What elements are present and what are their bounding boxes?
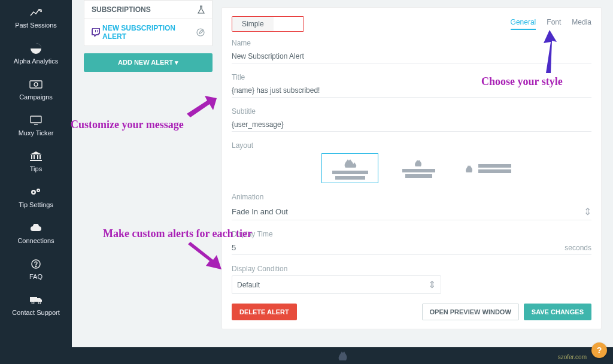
delete-alert-button[interactable]: DELETE ALERT bbox=[232, 304, 297, 320]
field-label: Subtitle bbox=[232, 107, 591, 116]
animation-value: Fade In and Out bbox=[232, 207, 288, 216]
chart-line-icon bbox=[0, 6, 72, 19]
sidebar-item-label: Alpha Analytics bbox=[0, 57, 72, 65]
svg-rect-8 bbox=[40, 155, 41, 159]
sidebar-item-campaigns[interactable]: Campaigns bbox=[0, 72, 72, 108]
footer-bar bbox=[72, 347, 613, 364]
svg-point-19 bbox=[197, 29, 204, 36]
sidebar-item-faq[interactable]: FAQ bbox=[0, 251, 72, 287]
panel-header: SUBSCRIPTIONS bbox=[84, 0, 213, 19]
alert-list-item[interactable]: NEW SUBSCRIPTION ALERT bbox=[84, 19, 213, 46]
field-label: Name bbox=[232, 39, 591, 47]
add-new-alert-button[interactable]: ADD NEW ALERT ▾ bbox=[84, 53, 213, 72]
field-label: Title bbox=[232, 73, 591, 81]
svg-rect-5 bbox=[31, 155, 32, 159]
subtitle-input[interactable]: {user_message} bbox=[232, 118, 591, 132]
open-preview-button[interactable]: OPEN PREVIEW WINDOW bbox=[422, 304, 519, 320]
tab-font[interactable]: Font bbox=[547, 18, 561, 30]
right-actions: OPEN PREVIEW WINDOW SAVE CHANGES bbox=[422, 304, 591, 320]
updown-icon: ⇕ bbox=[428, 279, 436, 290]
question-icon bbox=[0, 257, 72, 271]
sidebar-item-label: Tip Settings bbox=[0, 201, 72, 208]
annotation-customize: Customize your message bbox=[71, 119, 184, 131]
updown-icon: ⇕ bbox=[584, 206, 591, 217]
sidebar: Past Sessions Alpha Analytics Campaigns … bbox=[0, 0, 72, 364]
add-button-label: ADD NEW ALERT bbox=[118, 59, 173, 66]
svg-rect-9 bbox=[30, 160, 42, 161]
tabs: General Font Media bbox=[511, 18, 591, 30]
field-name: Name New Subscription Alert bbox=[232, 39, 591, 63]
layout-option-side[interactable] bbox=[459, 153, 516, 183]
sidebar-item-label: Contact Support bbox=[0, 309, 72, 316]
layout-options bbox=[321, 153, 591, 183]
field-layout: Layout bbox=[232, 141, 591, 183]
display-time-unit: seconds bbox=[565, 244, 591, 252]
subscriptions-panel: SUBSCRIPTIONS NEW SUBSCRIPTION ALERT ADD… bbox=[84, 0, 213, 72]
svg-rect-16 bbox=[30, 297, 37, 302]
sidebar-item-label: Connections bbox=[0, 237, 72, 244]
field-animation: Animation Fade In and Out ⇕ bbox=[232, 193, 591, 220]
tab-general[interactable]: General bbox=[511, 18, 536, 30]
toggle-simple[interactable]: Simple bbox=[232, 17, 274, 31]
sidebar-item-label: FAQ bbox=[0, 273, 72, 280]
toggle-advanced[interactable] bbox=[274, 17, 304, 31]
field-label: Layout bbox=[232, 141, 591, 150]
pie-chart-icon bbox=[0, 42, 72, 55]
field-label: Display Condition bbox=[232, 265, 441, 273]
svg-point-17 bbox=[32, 302, 34, 304]
bank-icon bbox=[0, 150, 72, 163]
flame-icon bbox=[342, 157, 359, 169]
svg-rect-7 bbox=[37, 155, 38, 159]
tab-media[interactable]: Media bbox=[572, 18, 591, 30]
svg-rect-2 bbox=[31, 116, 41, 123]
animation-select[interactable]: Fade In and Out ⇕ bbox=[232, 204, 591, 220]
sidebar-item-label: Tips bbox=[0, 165, 72, 172]
display-time-input[interactable]: 5 seconds bbox=[232, 241, 591, 255]
sidebar-item-contact-support[interactable]: Contact Support bbox=[0, 287, 72, 323]
svg-marker-22 bbox=[188, 242, 221, 269]
svg-point-18 bbox=[38, 302, 41, 304]
alert-list-item-label: NEW SUBSCRIPTION ALERT bbox=[102, 24, 196, 41]
sidebar-item-alpha-analytics[interactable]: Alpha Analytics bbox=[0, 36, 72, 72]
flame-icon bbox=[464, 163, 475, 174]
topbar: Simple General Font Media bbox=[232, 16, 591, 32]
monitor-icon bbox=[0, 114, 72, 127]
layout-option-stacked[interactable] bbox=[390, 153, 447, 183]
svg-point-15 bbox=[35, 266, 36, 266]
save-changes-button[interactable]: SAVE CHANGES bbox=[524, 304, 591, 320]
field-label: Display Time bbox=[232, 230, 591, 238]
sidebar-item-tips[interactable]: Tips bbox=[0, 144, 72, 180]
name-input[interactable]: New Subscription Alert bbox=[232, 50, 591, 63]
svg-marker-20 bbox=[187, 96, 217, 117]
money-icon bbox=[0, 78, 72, 91]
help-bubble[interactable]: ? bbox=[591, 342, 607, 358]
actions: DELETE ALERT OPEN PREVIEW WINDOW SAVE CH… bbox=[232, 304, 591, 320]
sidebar-item-tip-settings[interactable]: Tip Settings bbox=[0, 180, 72, 216]
svg-rect-6 bbox=[34, 155, 35, 159]
gears-icon bbox=[0, 186, 72, 199]
chevron-down-icon: ▾ bbox=[175, 59, 178, 66]
sidebar-item-label: Muxy Ticker bbox=[0, 129, 72, 136]
sidebar-item-label: Campaigns bbox=[0, 93, 72, 101]
svg-point-1 bbox=[34, 83, 38, 86]
display-condition-value: Default bbox=[237, 281, 260, 289]
field-label: Animation bbox=[232, 193, 591, 201]
layout-option-overlay[interactable] bbox=[321, 153, 378, 183]
sidebar-item-past-sessions[interactable]: Past Sessions bbox=[0, 0, 72, 36]
arrow-icon bbox=[539, 30, 557, 73]
edit-icon[interactable] bbox=[196, 28, 205, 37]
flame-icon bbox=[412, 159, 426, 167]
sidebar-item-connections[interactable]: Connections bbox=[0, 216, 72, 251]
svg-marker-4 bbox=[30, 151, 42, 154]
truck-icon bbox=[0, 293, 72, 307]
mode-toggle: Simple bbox=[232, 16, 304, 32]
twitch-icon bbox=[92, 28, 100, 37]
field-title: Title {name} has just subscribed! bbox=[232, 73, 591, 98]
sidebar-item-label: Past Sessions bbox=[0, 22, 72, 29]
title-input[interactable]: {name} has just subscribed! bbox=[232, 84, 591, 98]
footer-flame-icon bbox=[336, 350, 348, 362]
flask-icon[interactable] bbox=[198, 5, 205, 14]
display-time-value: 5 bbox=[232, 243, 236, 252]
sidebar-item-muxy-ticker[interactable]: Muxy Ticker bbox=[0, 108, 72, 144]
display-condition-select[interactable]: Default ⇕ bbox=[232, 275, 441, 294]
